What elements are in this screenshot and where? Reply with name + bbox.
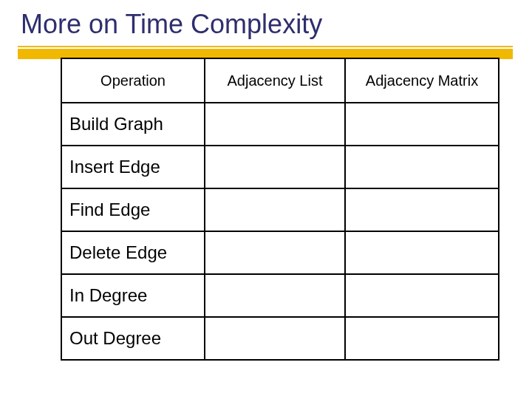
row-label-delete-edge: Delete Edge xyxy=(61,231,205,274)
row-label-in-degree: In Degree xyxy=(61,274,205,317)
table-row: Out Degree xyxy=(61,317,499,360)
cell xyxy=(345,317,499,360)
col-header-operation: Operation xyxy=(61,58,205,103)
divider-thin xyxy=(18,46,513,47)
row-label-insert-edge: Insert Edge xyxy=(61,146,205,188)
table-header-row: Operation Adjacency List Adjacency Matri… xyxy=(61,58,499,103)
cell xyxy=(205,317,345,360)
cell xyxy=(345,231,499,274)
row-label-find-edge: Find Edge xyxy=(61,188,205,231)
table-row: Delete Edge xyxy=(61,231,499,274)
col-header-adjacency-list: Adjacency List xyxy=(205,58,345,103)
cell xyxy=(205,146,345,188)
page-title: More on Time Complexity xyxy=(21,9,322,40)
table-row: Build Graph xyxy=(61,103,499,146)
row-label-out-degree: Out Degree xyxy=(61,317,205,360)
cell xyxy=(345,103,499,146)
table-row: In Degree xyxy=(61,274,499,317)
col-header-adjacency-matrix: Adjacency Matrix xyxy=(345,58,499,103)
cell xyxy=(205,103,345,146)
table-row: Insert Edge xyxy=(61,146,499,188)
cell xyxy=(345,274,499,317)
slide: More on Time Complexity Operation Adjace… xyxy=(0,0,532,399)
row-label-build-graph: Build Graph xyxy=(61,103,205,146)
table-row: Find Edge xyxy=(61,188,499,231)
complexity-table: Operation Adjacency List Adjacency Matri… xyxy=(61,58,499,361)
cell xyxy=(205,231,345,274)
cell xyxy=(205,188,345,231)
cell xyxy=(205,274,345,317)
cell xyxy=(345,146,499,188)
cell xyxy=(345,188,499,231)
